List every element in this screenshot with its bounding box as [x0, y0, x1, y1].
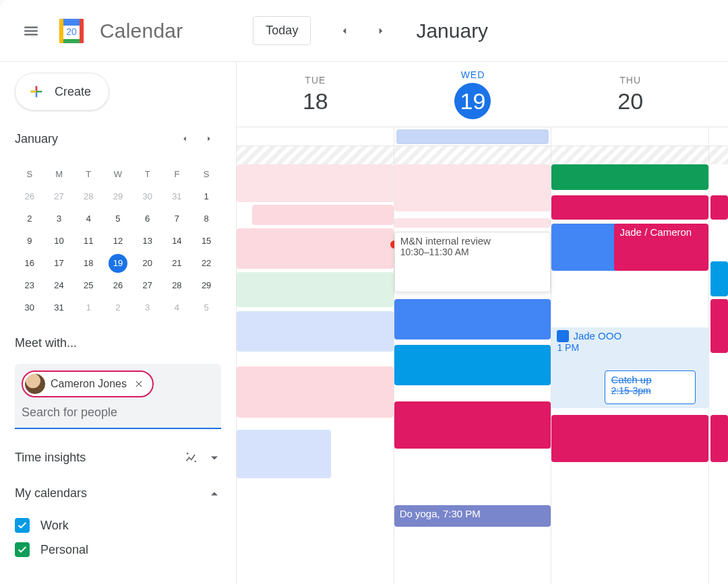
mini-day[interactable]: 11	[73, 230, 103, 252]
checkbox[interactable]	[15, 542, 30, 557]
mini-day[interactable]: 25	[73, 274, 103, 296]
today-button[interactable]: Today	[253, 16, 311, 45]
mini-day[interactable]: 23	[15, 274, 44, 296]
event-block[interactable]	[394, 345, 551, 385]
mini-day[interactable]: 1	[191, 185, 221, 207]
mini-day[interactable]: 28	[73, 185, 103, 207]
mini-day[interactable]: 5	[191, 296, 221, 319]
mini-day[interactable]: 18	[73, 252, 103, 274]
event-block[interactable]	[551, 164, 708, 190]
mini-day[interactable]: 4	[162, 296, 192, 319]
mini-day[interactable]: 3	[44, 207, 74, 230]
event-block[interactable]	[252, 205, 393, 225]
event-block[interactable]: Catch up2:15-3pm	[605, 370, 696, 404]
search-people-input[interactable]	[22, 405, 214, 420]
event-block[interactable]	[394, 401, 551, 449]
create-button[interactable]: Create	[15, 73, 109, 110]
day-column-next[interactable]	[709, 164, 728, 584]
main-menu-button[interactable]	[15, 15, 47, 47]
next-period-button[interactable]	[367, 18, 394, 44]
mini-day[interactable]: 6	[133, 207, 162, 230]
mini-day[interactable]: 26	[103, 274, 133, 296]
event-block[interactable]	[710, 261, 728, 296]
chip-remove-button[interactable]	[132, 377, 146, 391]
mini-day[interactable]: 29	[103, 185, 133, 207]
mini-day[interactable]: 22	[191, 252, 221, 274]
event-block[interactable]	[237, 430, 331, 478]
mini-day[interactable]: 29	[191, 274, 221, 296]
mini-day[interactable]: 15	[191, 230, 221, 252]
mini-day[interactable]: 13	[133, 230, 162, 252]
event-block[interactable]	[710, 195, 728, 220]
event-block[interactable]: Do yoga, 7:30 PM	[394, 505, 551, 527]
mini-day[interactable]: 17	[44, 252, 74, 274]
checkbox[interactable]	[15, 518, 30, 533]
mini-day[interactable]: 10	[44, 230, 74, 252]
event-block[interactable]	[710, 415, 728, 462]
mini-calendar[interactable]: SMTWTFS 26272829303112345678910111213141…	[15, 163, 221, 319]
mini-day[interactable]: 5	[103, 207, 133, 230]
mini-day[interactable]: 31	[44, 296, 74, 319]
allday-cell[interactable]	[709, 127, 728, 145]
prev-period-button[interactable]	[331, 18, 358, 44]
event-block[interactable]	[237, 366, 394, 418]
person-chip[interactable]: Cameron Jones	[22, 370, 154, 397]
event-block[interactable]	[237, 311, 394, 352]
mini-day[interactable]: 31	[162, 185, 192, 207]
day-column-wed[interactable]: M&N internal review10:30–11:30 AMDo yoga…	[394, 164, 552, 584]
mini-day[interactable]: 27	[44, 185, 74, 207]
event-block[interactable]	[710, 299, 728, 353]
meet-section-label: Meet with...	[15, 336, 221, 350]
mini-day[interactable]: 3	[133, 296, 162, 319]
allday-cell[interactable]	[237, 127, 394, 145]
allday-cell[interactable]	[394, 127, 552, 145]
mini-day[interactable]: 20	[133, 252, 162, 274]
mini-day[interactable]: 27	[133, 274, 162, 296]
mini-day[interactable]: 9	[15, 230, 44, 252]
event-block[interactable]	[551, 415, 708, 462]
grid-hatch-row	[237, 145, 728, 164]
day-header[interactable]: TUE18	[237, 62, 394, 127]
allday-cell[interactable]	[551, 127, 709, 145]
day-column-tue[interactable]	[237, 164, 394, 584]
event-block[interactable]: M&N internal review10:30–11:30 AM	[394, 232, 551, 292]
event-block[interactable]	[237, 164, 394, 202]
event-title: Do yoga, 7:30 PM	[400, 508, 481, 519]
event-block[interactable]	[394, 164, 551, 212]
mini-day[interactable]: 2	[15, 207, 44, 230]
time-insights-row[interactable]: Time insights	[15, 451, 221, 465]
mini-day[interactable]: 30	[15, 296, 44, 319]
mini-day[interactable]: 19	[103, 252, 133, 274]
day-column-thu[interactable]: Jade / CameronJade OOO1 PMCatch up2:15-3…	[551, 164, 709, 584]
menu-icon	[22, 22, 40, 40]
mini-day[interactable]: 21	[162, 252, 192, 274]
event-block[interactable]	[237, 272, 394, 307]
all-day-event[interactable]	[396, 129, 549, 144]
day-header[interactable]: WED19	[394, 62, 552, 127]
mini-day[interactable]: 12	[103, 230, 133, 252]
mini-day[interactable]: 24	[44, 274, 74, 296]
day-of-week: THU	[619, 75, 641, 86]
event-block[interactable]	[237, 228, 394, 269]
event-block[interactable]	[551, 195, 708, 220]
mini-day[interactable]: 1	[73, 296, 103, 319]
mini-day[interactable]: 28	[162, 274, 192, 296]
mini-next-button[interactable]	[200, 129, 218, 148]
mini-day[interactable]: 8	[191, 207, 221, 230]
mini-day[interactable]: 14	[162, 230, 192, 252]
day-header[interactable]: THU20	[551, 62, 709, 127]
calendar-item[interactable]: Personal	[15, 542, 221, 557]
event-block[interactable]: Jade / Cameron	[614, 224, 708, 271]
mini-prev-button[interactable]	[175, 129, 194, 148]
mini-day[interactable]: 26	[15, 185, 44, 207]
my-calendars-row[interactable]: My calendars	[15, 486, 221, 500]
mini-day[interactable]: 7	[162, 207, 192, 230]
event-block[interactable]	[394, 218, 551, 228]
mini-day[interactable]: 30	[133, 185, 162, 207]
mini-day[interactable]: 2	[103, 296, 133, 319]
mini-day[interactable]: 4	[73, 207, 103, 230]
mini-day[interactable]: 16	[15, 252, 44, 274]
event-block[interactable]	[394, 299, 551, 339]
mini-dow: F	[162, 163, 192, 185]
calendar-item[interactable]: Work	[15, 518, 221, 533]
